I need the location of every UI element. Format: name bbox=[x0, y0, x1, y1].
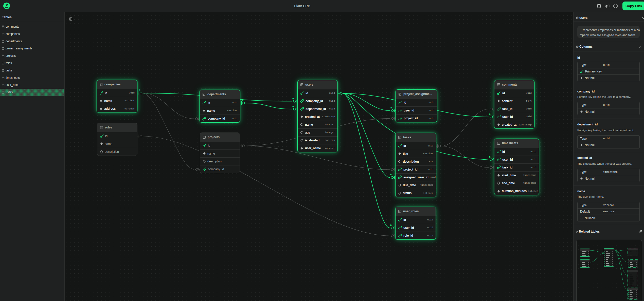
svg-text:1: 1 bbox=[339, 89, 341, 92]
svg-text:n: n bbox=[390, 173, 392, 176]
svg-text:n: n bbox=[390, 224, 392, 227]
svg-text:n: n bbox=[489, 156, 491, 158]
svg-text:n: n bbox=[292, 105, 294, 108]
svg-text:1: 1 bbox=[242, 99, 243, 102]
svg-text:n: n bbox=[390, 106, 392, 109]
svg-text:1: 1 bbox=[139, 89, 140, 92]
svg-text:n: n bbox=[292, 97, 294, 100]
svg-text:n: n bbox=[489, 113, 491, 116]
